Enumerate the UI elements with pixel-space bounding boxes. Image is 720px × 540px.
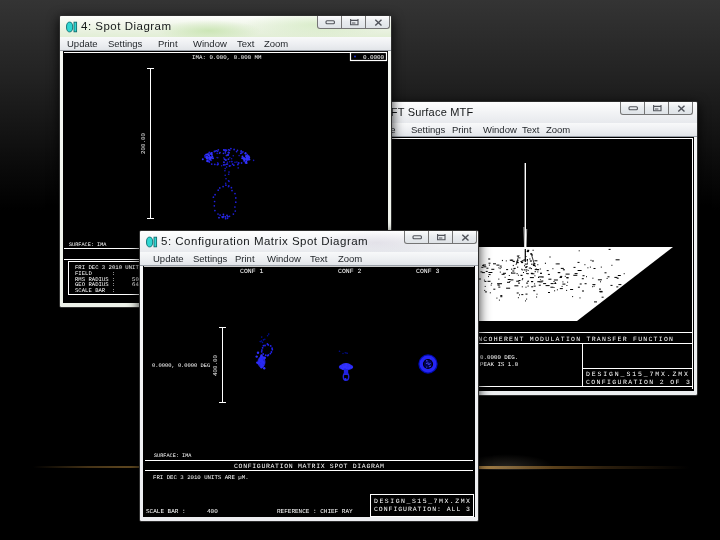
svg-text:REFERENCE : CHIEF RAY: REFERENCE : CHIEF RAY xyxy=(277,508,353,515)
svg-text:CONFIGURATION MATRIX SPOT DIAG: CONFIGURATION MATRIX SPOT DIAGRAM xyxy=(234,463,384,470)
svg-text:IMA: 0.000, 0.000 MM: IMA: 0.000, 0.000 MM xyxy=(192,54,262,61)
svg-text:CONF 2: CONF 2 xyxy=(338,268,362,275)
svg-text:400.00: 400.00 xyxy=(212,355,219,376)
svg-text:0.0000, 0.0000 DEG: 0.0000, 0.0000 DEG xyxy=(152,363,210,369)
svg-text:200.00: 200.00 xyxy=(140,133,147,154)
svg-text:CONF 3: CONF 3 xyxy=(416,268,440,275)
svg-text:0.0000 DEG.: 0.0000 DEG. xyxy=(480,354,518,361)
svg-text:CONF 1: CONF 1 xyxy=(240,268,264,275)
svg-text:0.0000: 0.0000 xyxy=(363,54,384,61)
svg-text:400: 400 xyxy=(207,508,218,515)
svg-text:SURFACE: IMA: SURFACE: IMA xyxy=(154,453,192,459)
svg-text:INCOHERENT MODULATION TRANSFER: INCOHERENT MODULATION TRANSFER FUNCTION xyxy=(473,336,673,343)
svg-text:FRI DEC 3 2010 UNITS ARE µM.: FRI DEC 3 2010 UNITS ARE µM. xyxy=(153,474,249,481)
svg-text:CONFIGURATION: ALL 3: CONFIGURATION: ALL 3 xyxy=(374,506,470,513)
svg-text:SCALE BAR :: SCALE BAR : xyxy=(146,508,186,515)
svg-text:DESIGN_S15_7MX.ZMX: DESIGN_S15_7MX.ZMX xyxy=(586,371,688,378)
svg-text:SURFACE: IMA: SURFACE: IMA xyxy=(69,242,107,248)
svg-text:PEAK IS 1.0: PEAK IS 1.0 xyxy=(480,361,519,368)
svg-text:CONFIGURATION 2 OF 3: CONFIGURATION 2 OF 3 xyxy=(586,379,690,386)
svg-text:DESIGN_S15_7MX.ZMX: DESIGN_S15_7MX.ZMX xyxy=(374,498,470,505)
